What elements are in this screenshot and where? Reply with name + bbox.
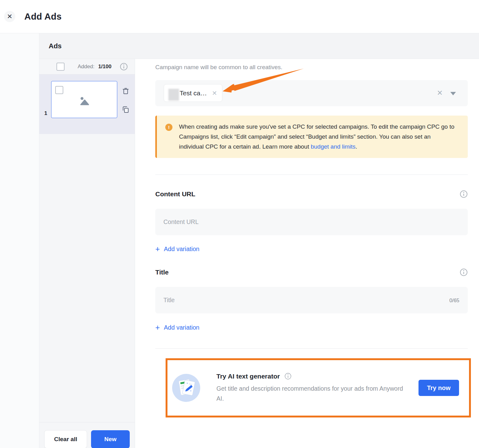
sidebar-footer: Clear all New — [39, 422, 135, 448]
char-counter: 0/65 — [449, 297, 459, 303]
ads-panel: Ads Added: 1/100 1 — [39, 33, 479, 448]
copy-icon[interactable] — [122, 106, 129, 113]
title-input[interactable] — [155, 287, 468, 313]
info-icon[interactable] — [120, 63, 128, 71]
new-button[interactable]: New — [91, 430, 130, 448]
warning-icon: ! — [165, 124, 172, 131]
select-clear-icon[interactable]: ✕ — [437, 89, 443, 97]
budget-limits-link[interactable]: budget and limits — [311, 143, 356, 150]
close-icon[interactable]: ✕ — [4, 11, 15, 22]
add-variation-link[interactable]: + Add variation — [155, 245, 199, 253]
plus-icon: + — [155, 245, 160, 253]
creative-list-item[interactable]: 1 — [39, 74, 135, 134]
page-body: Ads Added: 1/100 1 — [0, 33, 479, 448]
ads-panel-title: Ads — [49, 42, 62, 50]
campaign-chip[interactable]: Test ca… ✕ — [164, 84, 222, 102]
added-count: 1/100 — [98, 64, 112, 70]
added-label: Added: — [78, 64, 94, 70]
plus-icon: + — [155, 324, 160, 331]
try-now-button[interactable]: Try now — [419, 380, 459, 396]
dialog-header: ✕ Add Ads — [0, 0, 479, 33]
chip-remove-icon[interactable]: ✕ — [212, 90, 217, 96]
cpc-warning: ! When creating ads make sure you've set… — [155, 116, 468, 158]
title-label: Title — [155, 269, 169, 276]
ai-documents-icon — [172, 374, 200, 402]
warning-text-after: . — [356, 143, 357, 150]
info-icon[interactable] — [460, 190, 468, 198]
creative-index: 1 — [44, 110, 47, 117]
creative-thumbnail[interactable] — [51, 81, 117, 118]
creatives-sidebar: Added: 1/100 1 — [39, 59, 135, 448]
ai-banner-title: Try AI text generator — [216, 373, 280, 380]
content-url-input[interactable] — [155, 209, 468, 235]
campaign-chip-label: Test ca… — [180, 89, 207, 97]
ai-text-generator-banner: Try AI text generator Get title and desc… — [166, 358, 471, 417]
divider — [155, 174, 468, 175]
ai-banner-description: Get title and description recommendation… — [216, 384, 407, 403]
divider — [155, 348, 468, 349]
ads-panel-header: Ads — [39, 33, 479, 59]
delete-icon[interactable] — [122, 87, 129, 95]
campaign-note: Campaign name will be common to all crea… — [155, 64, 468, 71]
added-counter-row: Added: 1/100 — [39, 59, 135, 74]
info-icon[interactable] — [460, 268, 468, 276]
select-all-checkbox[interactable] — [56, 63, 65, 71]
add-variation-link[interactable]: + Add variation — [155, 324, 199, 331]
page-title: Add Ads — [24, 12, 62, 22]
ad-form: Campaign name will be common to all crea… — [135, 59, 479, 448]
info-icon[interactable] — [284, 373, 292, 380]
campaign-chip-avatar — [168, 89, 179, 101]
image-placeholder-icon — [78, 96, 91, 106]
annotation-arrow — [220, 68, 311, 100]
campaign-select[interactable]: Test ca… ✕ ✕ — [155, 80, 468, 106]
chevron-down-icon[interactable] — [450, 92, 456, 95]
content-url-label: Content URL — [155, 190, 195, 198]
clear-all-button[interactable]: Clear all — [44, 430, 87, 448]
creative-checkbox[interactable] — [55, 86, 63, 94]
